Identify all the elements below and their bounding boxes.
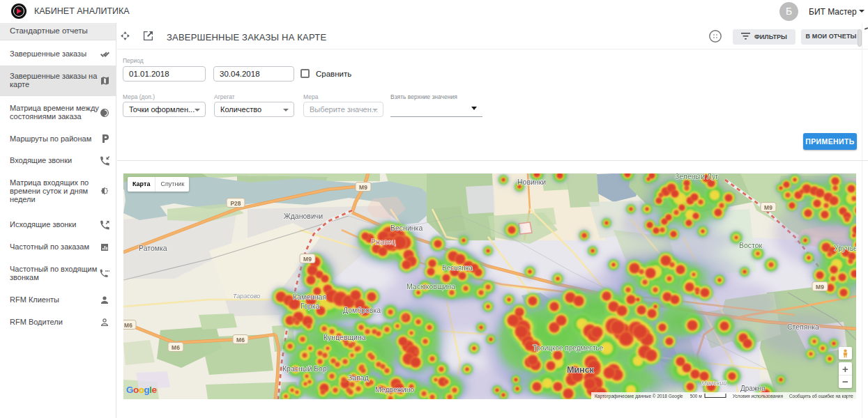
svg-text:Троицкое предместье: Троицкое предместье xyxy=(533,344,604,352)
svg-text:Зеленый Луг: Зеленый Луг xyxy=(675,173,718,180)
svg-text:M6: M6 xyxy=(236,336,245,343)
svg-text:M9: M9 xyxy=(359,184,367,191)
svg-text:Красный Бор: Красный Бор xyxy=(282,364,327,373)
svg-text:Степянка: Степянка xyxy=(787,323,819,331)
svg-text:Минский: Минский xyxy=(701,380,726,387)
svg-text:Уручье: Уручье xyxy=(834,244,856,252)
svg-text:Веснинка: Веснинка xyxy=(390,224,422,232)
svg-text:M6: M6 xyxy=(124,322,132,329)
svg-text:Запад: Запад xyxy=(348,373,369,382)
svg-text:Медвежино: Медвежино xyxy=(375,385,414,394)
svg-text:Горка: Горка xyxy=(300,302,319,310)
svg-text:Масюковщина: Масюковщина xyxy=(406,282,455,291)
svg-text:Новинки: Новинки xyxy=(517,178,546,186)
svg-text:Тарасово: Тарасово xyxy=(233,293,260,300)
svg-text:Каменная: Каменная xyxy=(293,293,326,301)
svg-text:Ждановичи: Ждановичи xyxy=(284,212,323,220)
svg-text:Кунцевщина: Кунцевщина xyxy=(323,333,366,341)
svg-text:Минск: Минск xyxy=(567,365,595,375)
svg-text:Ратомка: Ратомка xyxy=(139,244,167,252)
svg-text:M6: M6 xyxy=(172,344,180,351)
svg-text:Домбровка: Домбровка xyxy=(343,306,381,314)
svg-text:P28: P28 xyxy=(230,200,241,207)
svg-text:Веснянка: Веснянка xyxy=(442,264,473,272)
svg-text:M9: M9 xyxy=(816,284,824,291)
svg-text:Ржавец: Ржавец xyxy=(371,238,396,246)
svg-text:M9: M9 xyxy=(303,256,312,263)
svg-text:Дражня: Дражня xyxy=(740,385,766,392)
svg-text:Восток: Восток xyxy=(739,241,763,249)
svg-text:M9: M9 xyxy=(764,204,772,211)
